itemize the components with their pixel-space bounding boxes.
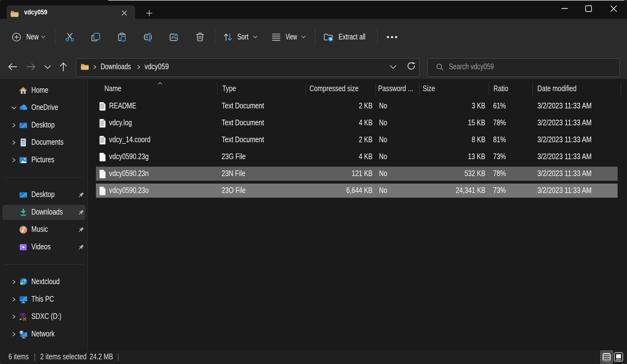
svg-text:SD: SD [20, 312, 26, 317]
